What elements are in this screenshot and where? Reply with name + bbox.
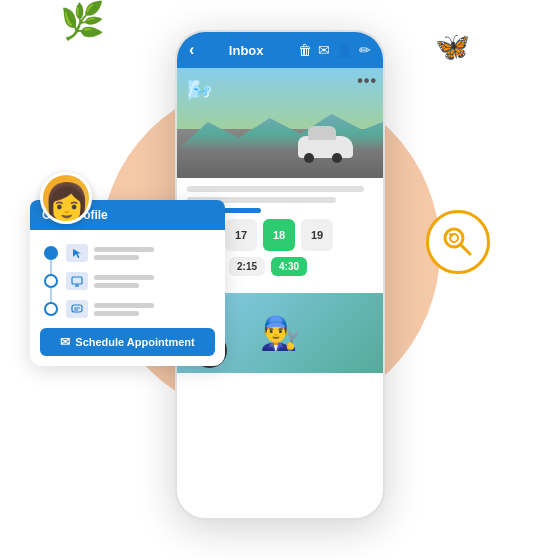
timeline-item-2	[44, 272, 215, 290]
tl-line	[94, 247, 154, 252]
avatar-face: 👩	[43, 181, 90, 224]
chat-icon	[71, 303, 83, 315]
timeline	[40, 244, 215, 318]
magnifier-decoration	[426, 210, 490, 274]
svg-line-3	[450, 234, 452, 236]
mail-icon[interactable]: ✉	[318, 42, 330, 58]
date-cell-19[interactable]: 19	[301, 219, 333, 251]
cursor-icon-box	[66, 244, 88, 262]
svg-rect-4	[72, 277, 82, 284]
header-icons: 🗑 ✉ 👤 ✏	[298, 42, 371, 58]
tl-line	[94, 283, 139, 288]
tl-line	[94, 311, 139, 316]
timeline-content-1	[66, 244, 154, 262]
timeline-text-2	[94, 275, 154, 288]
car-shape	[298, 136, 353, 158]
monitor-icon	[71, 275, 83, 287]
tl-line	[94, 275, 154, 280]
avatar: 👩	[40, 172, 92, 224]
butterfly-icon: 🦋	[435, 31, 470, 62]
schedule-button-label: Schedule Appointment	[75, 336, 194, 348]
timeline-dot-1	[44, 246, 58, 260]
cdp-profile-card: 👩 CDP Profile	[30, 200, 225, 366]
hero-image: 🌬️ •••	[177, 68, 383, 178]
timeline-item-1	[44, 244, 215, 262]
chat-icon-box	[66, 300, 88, 318]
time-cell-215[interactable]: 2:15	[229, 257, 265, 276]
timeline-content-3	[66, 300, 154, 318]
inbox-title: Inbox	[229, 43, 264, 58]
date-cell-18[interactable]: 18	[263, 219, 295, 251]
phone-header: ‹ Inbox 🗑 ✉ 👤 ✏	[177, 32, 383, 68]
tl-line	[94, 303, 154, 308]
leaves-decoration: 🌿	[60, 0, 105, 42]
timeline-content-2	[66, 272, 154, 290]
wind-turbines: 🌬️	[187, 78, 212, 102]
tl-line	[94, 255, 139, 260]
user-icon[interactable]: 👤	[336, 42, 353, 58]
dots-menu[interactable]: •••	[357, 72, 377, 90]
time-cell-430[interactable]: 4:30	[271, 257, 307, 276]
timeline-text-3	[94, 303, 154, 316]
magnifier-icon	[440, 224, 476, 260]
timeline-dot-3	[44, 302, 58, 316]
cdp-body: ✉ Schedule Appointment	[30, 230, 225, 366]
schedule-appointment-button[interactable]: ✉ Schedule Appointment	[40, 328, 215, 356]
mechanic-figure: 👨‍🔧	[260, 314, 300, 352]
timeline-dot-2	[44, 274, 58, 288]
envelope-icon: ✉	[60, 335, 70, 349]
timeline-text-1	[94, 247, 154, 260]
timeline-item-3	[44, 300, 215, 318]
trash-icon[interactable]: 🗑	[298, 42, 312, 58]
butterfly-decoration: 🦋	[435, 30, 470, 63]
monitor-icon-box	[66, 272, 88, 290]
cursor-icon	[71, 247, 83, 259]
date-cell-17[interactable]: 17	[225, 219, 257, 251]
text-line-1	[187, 186, 364, 192]
back-button[interactable]: ‹	[189, 41, 194, 59]
svg-line-1	[461, 245, 470, 254]
leaves-icon: 🌿	[60, 0, 105, 41]
edit-icon[interactable]: ✏	[359, 42, 371, 58]
